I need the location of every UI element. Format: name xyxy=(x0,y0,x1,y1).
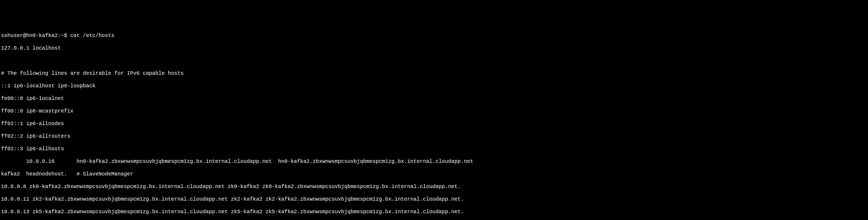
output-line: ::1 ip6-localhost ip6-loopback xyxy=(1,83,867,89)
output-line: # The following lines are desirable for … xyxy=(1,70,867,76)
output-line: 10.0.0.11 zk2-kafka2.zbxwnwsmpcsuvbjqbme… xyxy=(1,196,867,202)
output-line: 10.0.0.16 hn0-kafka2.zbxwnwsmpcsuvbjqbme… xyxy=(1,158,867,165)
output-line: ff02::3 ip6-allhosts xyxy=(1,146,867,152)
output-line: 10.0.0.13 zk5-kafka2.zbxwnwsmpcsuvbjqbme… xyxy=(1,209,867,215)
terminal-output: sshuser@hn0-kafka2:~$ cat /etc/hosts 127… xyxy=(1,26,867,220)
prompt-line: sshuser@hn0-kafka2:~$ cat /etc/hosts xyxy=(1,33,867,39)
output-line: 127.0.0.1 localhost xyxy=(1,45,867,52)
output-line: 10.0.0.8 zk0-kafka2.zbxwnwsmpcsuvbjqbmes… xyxy=(1,184,867,190)
output-line xyxy=(1,58,867,64)
output-line: ff02::2 ip6-allrouters xyxy=(1,133,867,139)
output-line: fe00::0 ip6-localnet xyxy=(1,95,867,102)
output-line: ff00::0 ip6-mcastprefix xyxy=(1,108,867,114)
output-line: kafka2 headnodehost. # SlaveNodeManager xyxy=(1,171,867,177)
output-line: ff02::1 ip6-allnodes xyxy=(1,121,867,127)
